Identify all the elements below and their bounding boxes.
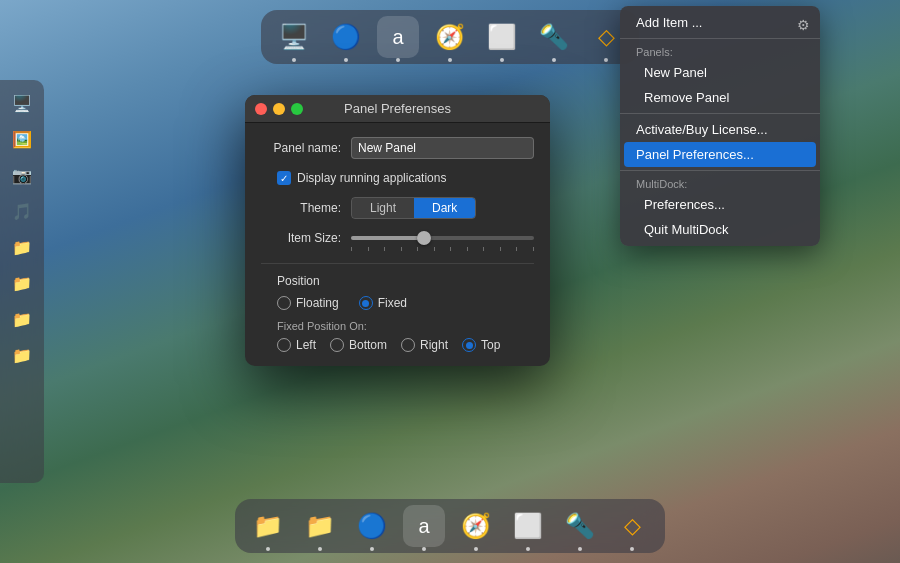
fixed-radio-label: Fixed [378,296,407,310]
bottom-dock-folder-blue[interactable]: 📁 [247,505,289,547]
position-section-title: Position [261,274,534,288]
top-radio-item[interactable]: Top [462,338,500,352]
sidebar-icon-folder2[interactable]: 📁 [7,268,37,298]
close-button[interactable] [255,103,267,115]
menu-separator-3 [620,170,820,171]
top-dock-safari[interactable]: 🧭 [429,16,471,58]
slider-tick [450,247,451,251]
slider-tick [434,247,435,251]
panel-name-row: Panel name: [261,137,534,159]
top-dock-textedit[interactable]: a [377,16,419,58]
sidebar-icon-folder1[interactable]: 📁 [7,232,37,262]
gear-icon: ⚙ [792,14,814,36]
bottom-dock-safari[interactable]: 🧭 [455,505,497,547]
multidock-section-label: MultiDock: [620,174,820,192]
top-radio-outer[interactable] [462,338,476,352]
context-menu: ⚙ Add Item ... Panels: New Panel Remove … [620,6,820,246]
item-size-row: Item Size: [261,231,534,251]
theme-dark-button[interactable]: Dark [414,198,475,218]
slider-tick [467,247,468,251]
sidebar-icon-photo[interactable]: 🖼️ [7,124,37,154]
preferences-menu-item[interactable]: Preferences... [620,192,820,217]
quit-menu-item[interactable]: Quit MultiDock [620,217,820,242]
top-radio-label: Top [481,338,500,352]
divider-1 [261,263,534,264]
minimize-button[interactable] [273,103,285,115]
sidebar-icon-folder3[interactable]: 📁 [7,304,37,334]
slider-tick [368,247,369,251]
bottom-dock-textedit[interactable]: a [403,505,445,547]
add-item-menu-item[interactable]: Add Item ... [620,10,820,35]
slider-tick [417,247,418,251]
panel-name-label: Panel name: [261,141,351,155]
left-radio-label: Left [296,338,316,352]
top-dock-rectangle[interactable]: ⬜ [481,16,523,58]
slider-tick [500,247,501,251]
panel-content: Panel name: ✓ Display running applicatio… [245,123,550,366]
left-radio-item[interactable]: Left [277,338,316,352]
panel-preferences-menu-item[interactable]: Panel Preferences... [624,142,816,167]
top-dock-monitor[interactable]: 🖥️ [273,16,315,58]
bottom-dock-finder[interactable]: 🔵 [351,505,393,547]
floating-radio-label: Floating [296,296,339,310]
top-radio-inner [466,342,473,349]
slider-tick [516,247,517,251]
right-radio-item[interactable]: Right [401,338,448,352]
window-controls [255,103,303,115]
bottom-dock: 📁 📁 🔵 a 🧭 ⬜ 🔦 ◇ [235,499,665,553]
fixed-radio-outer[interactable] [359,296,373,310]
panel-titlebar: Panel Preferenses [245,95,550,123]
sidebar-icon-monitor[interactable]: 🖥️ [7,88,37,118]
fixed-radio-item[interactable]: Fixed [359,296,407,310]
menu-separator-1 [620,38,820,39]
top-dock-finder[interactable]: 🔵 [325,16,367,58]
panel-title: Panel Preferenses [344,101,451,116]
bottom-dock-alfred[interactable]: 🔦 [559,505,601,547]
top-dock: 🖥️ 🔵 a 🧭 ⬜ 🔦 ◇ [261,10,639,64]
panels-section-label: Panels: [620,42,820,60]
new-panel-menu-item[interactable]: New Panel [620,60,820,85]
bottom-dock-rectangle[interactable]: ⬜ [507,505,549,547]
slider-tick [384,247,385,251]
maximize-button[interactable] [291,103,303,115]
floating-radio-item[interactable]: Floating [277,296,339,310]
bottom-dock-sketch[interactable]: ◇ [611,505,653,547]
panel-name-input[interactable] [351,137,534,159]
slider-thumb[interactable] [417,231,431,245]
bottom-radio-outer[interactable] [330,338,344,352]
item-size-label: Item Size: [261,231,351,245]
theme-light-button[interactable]: Light [352,198,414,218]
sidebar-icon-camera[interactable]: 📷 [7,160,37,190]
slider-tick [533,247,534,251]
display-running-label: Display running applications [297,171,446,185]
slider-fill [351,236,424,240]
slider-tick [351,247,352,251]
right-radio-label: Right [420,338,448,352]
activate-buy-menu-item[interactable]: Activate/Buy License... [620,117,820,142]
theme-toggle: Light Dark [351,197,476,219]
floating-radio-outer[interactable] [277,296,291,310]
item-size-slider-track[interactable] [351,236,534,240]
sidebar-icon-folder4[interactable]: 📁 [7,340,37,370]
sidebar-icon-music[interactable]: 🎵 [7,196,37,226]
theme-row: Theme: Light Dark [261,197,534,219]
bottom-dock-folder-teal[interactable]: 📁 [299,505,341,547]
slider-tick [401,247,402,251]
theme-label: Theme: [261,201,351,215]
sidebar-left: 🖥️ 🖼️ 📷 🎵 📁 📁 📁 📁 [0,80,44,483]
position-radio-group: Floating Fixed [261,296,534,310]
fixed-radio-inner [362,300,369,307]
panel-preferences-window: Panel Preferenses Panel name: ✓ Display … [245,95,550,366]
menu-separator-2 [620,113,820,114]
bottom-radio-item[interactable]: Bottom [330,338,387,352]
fixed-position-radio-group: Left Bottom Right Top [261,338,534,352]
left-radio-outer[interactable] [277,338,291,352]
right-radio-outer[interactable] [401,338,415,352]
display-running-row: ✓ Display running applications [261,171,534,185]
item-size-slider-container [351,236,534,240]
top-dock-alfred[interactable]: 🔦 [533,16,575,58]
slider-tick [483,247,484,251]
remove-panel-menu-item[interactable]: Remove Panel [620,85,820,110]
bottom-radio-label: Bottom [349,338,387,352]
display-running-checkbox[interactable]: ✓ [277,171,291,185]
